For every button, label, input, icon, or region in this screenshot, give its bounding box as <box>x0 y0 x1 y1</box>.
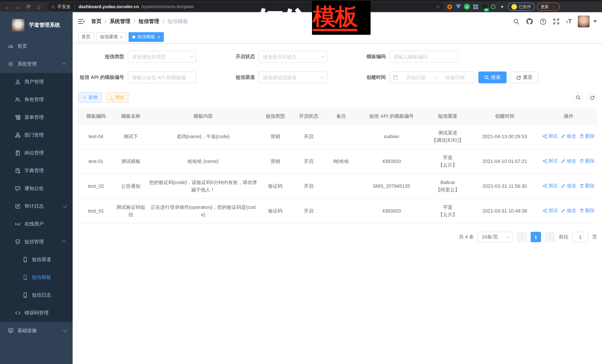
template-code-field[interactable] <box>389 51 458 62</box>
extension-gem-icon[interactable] <box>455 3 462 10</box>
sidebar-item-posts[interactable]: 岗位管理 <box>0 144 73 162</box>
add-button[interactable]: ＋ 新增 <box>78 92 102 103</box>
page-1-button[interactable]: 1 <box>531 232 541 242</box>
close-icon[interactable]: × <box>158 34 160 40</box>
delete-link[interactable]: 删除 <box>580 207 595 214</box>
tab-sms-channel[interactable]: 短信渠道 × <box>96 32 126 42</box>
api-template-id-field[interactable] <box>128 72 196 83</box>
search-button[interactable]: 搜索 <box>478 72 506 83</box>
sms-type-select-input[interactable] <box>131 53 188 60</box>
extensions-puzzle-icon[interactable]: ✦ <box>499 3 505 10</box>
sidebar-toggle-icon[interactable] <box>78 18 85 25</box>
goto-page-input[interactable] <box>576 234 585 240</box>
next-page-button[interactable]: › <box>545 232 555 242</box>
delete-link[interactable]: 删除 <box>580 157 595 165</box>
prev-page-button[interactable]: ‹ <box>516 232 527 242</box>
test-link[interactable]: 测试 <box>543 182 558 190</box>
test-link[interactable]: 测试 <box>543 133 558 140</box>
breadcrumb-system[interactable]: 系统管理 <box>110 18 130 25</box>
filter-label: 开启状态 <box>209 53 259 60</box>
breadcrumb-home[interactable]: 首页 <box>91 18 102 25</box>
cell-actions: 测试修改删除 <box>540 149 597 174</box>
sms-type-select[interactable] <box>128 51 196 62</box>
sidebar-item-sms[interactable]: 短信管理 <box>0 233 73 251</box>
breadcrumb-sms[interactable]: 短信管理 <box>139 18 159 25</box>
help-icon[interactable] <box>539 18 547 25</box>
sidebar-item-audit-logs[interactable]: 审计日志 <box>0 197 73 215</box>
status-select[interactable] <box>259 51 327 62</box>
date-start-input[interactable] <box>400 74 432 81</box>
sidebar-item-error-codes[interactable]: 错误码管理 <box>0 304 73 322</box>
status-select-input[interactable] <box>262 53 319 60</box>
col-header: 短信渠道 <box>426 108 469 124</box>
sidebar-item-home[interactable]: 首页 <box>0 37 73 55</box>
github-icon[interactable] <box>526 18 533 25</box>
refresh-button[interactable] <box>587 93 597 102</box>
edit-link[interactable]: 修改 <box>561 133 576 140</box>
sidebar-item-users[interactable]: 用户管理 <box>0 73 73 91</box>
avatar-caret-icon[interactable] <box>593 20 597 23</box>
sidebar-item-label: 短信渠道 <box>32 256 51 263</box>
sidebar-item-roles[interactable]: 角色管理 <box>0 91 73 108</box>
channel-select-input[interactable] <box>262 74 319 81</box>
browser-home-icon[interactable]: ⌂ <box>35 3 43 11</box>
not-secure-icon: ⚠ <box>51 4 55 9</box>
tab-sms-template[interactable]: 短信模板 × <box>129 32 164 42</box>
browser-reload-icon[interactable]: ⟳ <box>24 3 32 11</box>
export-button-label: 导出 <box>115 94 124 101</box>
edit-link[interactable]: 修改 <box>561 157 576 165</box>
page-size-value[interactable] <box>481 234 505 240</box>
extension-list-icon[interactable]: on <box>481 3 488 10</box>
channel-select[interactable] <box>259 72 327 83</box>
sidebar-item-sms-template[interactable]: 短信模板 <box>0 269 73 286</box>
cell-channel: 测试渠道 【调试(钉钉)】 <box>426 124 469 149</box>
export-button[interactable]: ↓ 导出 <box>106 92 129 103</box>
address-bar[interactable]: ⚠ 不安全 dashboard.yudao.iocoder.cn /system… <box>47 2 444 11</box>
page-size-select[interactable] <box>478 232 513 242</box>
sidebar: 芋道管理系统 首页 系统管理 用户管 <box>0 12 73 364</box>
edit-link[interactable]: 修改 <box>561 207 576 214</box>
fullscreen-icon[interactable] <box>553 18 560 25</box>
chrome-update-button[interactable]: 更新 ⋮ <box>537 3 559 11</box>
extension-orange-icon[interactable] <box>446 3 453 10</box>
annotation-black-box: 模板 <box>312 1 371 35</box>
sidebar-item-menus[interactable]: 菜单管理 <box>0 108 73 126</box>
sidebar-item-online-users[interactable]: 在线用户 <box>0 215 73 233</box>
reset-button[interactable]: 重置 <box>510 72 538 83</box>
profile-paused-chip[interactable]: 已暂停 <box>508 3 535 11</box>
extension-figure-icon[interactable] <box>490 3 496 10</box>
test-link[interactable]: 测试 <box>543 207 558 214</box>
extension-v-icon[interactable]: v <box>464 4 470 10</box>
api-template-id-input[interactable] <box>131 74 193 81</box>
goto-page-field[interactable] <box>572 232 589 242</box>
sidebar-item-dicts[interactable]: 字典管理 <box>0 162 73 180</box>
date-range-picker[interactable]: - <box>389 72 474 83</box>
sidebar-item-sms-channel[interactable]: 短信渠道 <box>0 251 73 269</box>
close-icon[interactable]: × <box>120 34 123 40</box>
date-end-input[interactable] <box>439 74 471 81</box>
sidebar-item-departments[interactable]: 部门管理 <box>0 126 73 144</box>
breadcrumb-separator: / <box>134 19 135 24</box>
edit-link[interactable]: 修改 <box>561 182 576 190</box>
header-search-icon[interactable] <box>513 18 520 25</box>
delete-link[interactable]: 删除 <box>580 182 595 190</box>
sidebar-item-infrastructure[interactable]: 基础设施 <box>0 322 73 340</box>
font-size-icon[interactable]: тT <box>566 18 572 25</box>
tab-home[interactable]: 首页 <box>78 32 94 42</box>
sidebar-item-sms-log[interactable]: 短信日志 <box>0 286 73 304</box>
browser-back-icon[interactable]: ← <box>4 3 12 11</box>
monitor-icon <box>8 328 14 334</box>
template-code-input[interactable] <box>393 53 455 60</box>
test-link[interactable]: 测试 <box>543 157 558 165</box>
user-avatar[interactable] <box>578 16 590 27</box>
delete-link[interactable]: 删除 <box>580 133 595 140</box>
chevron-up-icon <box>62 62 66 67</box>
toggle-search-button[interactable] <box>573 93 583 102</box>
browser-forward-icon[interactable]: → <box>14 3 22 11</box>
sidebar-item-notices[interactable]: 通知公告 <box>0 180 73 197</box>
extension-grid-icon[interactable] <box>472 3 479 10</box>
chrome-menu-icon[interactable]: ⋮ <box>551 4 556 9</box>
col-header: 模板编码 <box>78 108 114 124</box>
bookmark-star-icon[interactable]: ☆ <box>436 4 440 10</box>
sidebar-item-system[interactable]: 系统管理 <box>0 55 73 73</box>
